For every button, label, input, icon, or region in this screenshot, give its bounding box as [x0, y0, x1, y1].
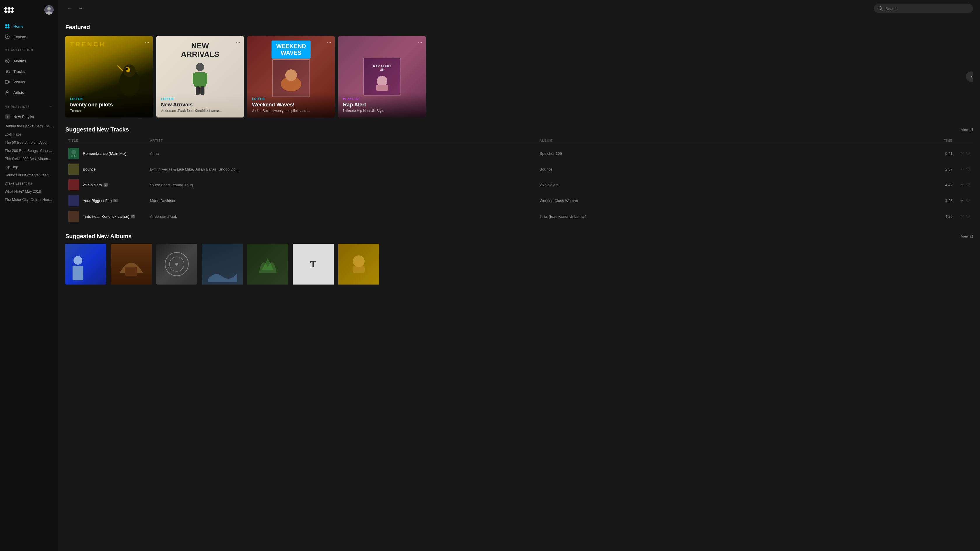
sidebar-item-videos-label: Videos: [13, 80, 25, 84]
album-card[interactable]: [156, 244, 197, 287]
svg-point-39: [175, 263, 178, 265]
card-menu-button[interactable]: ···: [327, 40, 331, 46]
track-album: 25 Soldiers: [539, 183, 929, 187]
track-thumbnail: [68, 179, 80, 191]
playlist-item[interactable]: Drake Essentials: [0, 179, 58, 187]
main-content: ← → Featured TRENCH: [58, 0, 980, 551]
svg-rect-19: [193, 73, 197, 84]
track-name-wrap: Your Biggest Fan E: [83, 198, 118, 203]
playlist-item[interactable]: What Hi-Fi? May 2018: [0, 187, 58, 195]
album-card[interactable]: [338, 244, 379, 287]
card-menu-button[interactable]: ···: [145, 40, 150, 46]
card-menu-button[interactable]: ···: [236, 40, 240, 46]
home-icon: [5, 24, 10, 29]
track-thumbnail: [68, 211, 80, 222]
avatar[interactable]: [45, 5, 54, 14]
playlists-more-button[interactable]: ···: [50, 104, 54, 110]
svg-rect-30: [68, 164, 80, 175]
new-playlist-button[interactable]: + New Playlist: [0, 111, 58, 122]
add-track-button[interactable]: +: [961, 151, 963, 156]
sidebar-item-tracks[interactable]: Tracks: [0, 66, 58, 77]
trench-text: TRENCH: [70, 41, 106, 48]
albums-view-all-button[interactable]: View all: [961, 234, 973, 238]
playlist-item[interactable]: Lo-fi Haze: [0, 130, 58, 138]
like-track-button[interactable]: ♡: [966, 182, 970, 188]
like-track-button[interactable]: ♡: [966, 151, 970, 156]
card-content: LISTEN twenty one pilots Trench: [65, 93, 153, 118]
track-title-cell: SPEI Remembrance (Main Mix): [68, 148, 150, 159]
featured-card-trench[interactable]: TRENCH ··· LIST: [65, 36, 153, 118]
add-track-button[interactable]: +: [961, 198, 963, 203]
featured-card-weekend-waves[interactable]: WEEKENDWAVES ··· LISTEN: [247, 36, 335, 118]
add-track-button[interactable]: +: [961, 182, 963, 187]
carousel-next-button[interactable]: ›: [966, 71, 973, 82]
playlist-item[interactable]: Pitchfork's 200 Best Album...: [0, 155, 58, 163]
card-menu-button[interactable]: ···: [418, 40, 422, 46]
svg-point-40: [353, 256, 364, 267]
albums-icon: [5, 58, 10, 64]
explicit-badge: E: [103, 183, 108, 187]
table-row[interactable]: SPEI Remembrance (Main Mix) Anna Speiche…: [65, 146, 973, 161]
collection-section: Albums Tracks Videos: [0, 53, 58, 100]
svg-point-10: [6, 91, 8, 92]
table-row[interactable]: 25 Soldiers E Swizz Beatz, Young Thug 25…: [65, 177, 973, 193]
album-card[interactable]: [247, 244, 288, 287]
track-artist: Dimitri Vegas & Like Mike, Julian Banks,…: [150, 167, 539, 171]
album-card[interactable]: [65, 244, 106, 287]
track-title-cell: Your Biggest Fan E: [68, 195, 150, 206]
tracks-view-all-button[interactable]: View all: [961, 128, 973, 132]
track-actions: + ♡: [953, 214, 970, 219]
sidebar-item-albums[interactable]: Albums: [0, 56, 58, 66]
plus-icon: +: [5, 114, 11, 119]
album-card[interactable]: [202, 244, 243, 287]
sidebar-item-videos[interactable]: Videos: [0, 77, 58, 87]
search-input[interactable]: [886, 6, 968, 11]
sidebar-item-home[interactable]: Home: [0, 21, 58, 32]
track-actions: + ♡: [953, 182, 970, 188]
svg-point-16: [126, 68, 128, 70]
card-name: Weekend Waves!: [252, 102, 330, 108]
sidebar-item-artists[interactable]: Artists: [0, 87, 58, 98]
svg-point-25: [377, 76, 387, 86]
svg-point-28: [72, 150, 76, 154]
table-row[interactable]: Tints (feat. Kendrick Lamar) E Anderson …: [65, 208, 973, 224]
add-track-button[interactable]: +: [961, 167, 963, 172]
add-track-button[interactable]: +: [961, 214, 963, 219]
tidal-logo[interactable]: [5, 7, 13, 13]
tracks-section-title: Suggested New Tracks: [65, 126, 129, 133]
track-artist: Marie Davidson: [150, 198, 539, 203]
like-track-button[interactable]: ♡: [966, 214, 970, 219]
album-card[interactable]: [111, 244, 152, 287]
playlist-item[interactable]: The Motor City: Detroit Hou...: [0, 195, 58, 204]
album-card[interactable]: T: [293, 244, 334, 287]
card-sub: Anderson .Paak feat. Kendrick Lamar...: [161, 109, 239, 113]
back-button[interactable]: ←: [65, 5, 73, 13]
track-name: Bounce: [83, 167, 95, 171]
track-name: Tints (feat. Kendrick Lamar): [83, 214, 129, 219]
playlist-item[interactable]: The 50 Best Ambient Albu...: [0, 138, 58, 147]
featured-card-rap-alert[interactable]: RAP ALERTUK ··· PLAYLIST: [338, 36, 426, 118]
playlist-item[interactable]: Sounds of Dekmantel Festi...: [0, 171, 58, 179]
forward-button[interactable]: →: [76, 5, 84, 13]
track-time: 2:37: [929, 167, 953, 171]
track-name-wrap: 25 Soldiers E: [83, 183, 108, 187]
playlist-item[interactable]: Hip-Hop: [0, 163, 58, 171]
svg-line-12: [882, 10, 883, 11]
svg-rect-36: [126, 267, 137, 276]
like-track-button[interactable]: ♡: [966, 167, 970, 172]
like-track-button[interactable]: ♡: [966, 198, 970, 203]
track-artist: Swizz Beatz, Young Thug: [150, 183, 539, 187]
new-arrivals-text: NEWARRIVALS: [156, 42, 244, 58]
sidebar-item-explore[interactable]: Explore: [0, 32, 58, 42]
table-row[interactable]: Bounce Dimitri Vegas & Like Mike, Julian…: [65, 161, 973, 177]
track-actions: + ♡: [953, 151, 970, 156]
playlist-item[interactable]: The 200 Best Songs of the ...: [0, 147, 58, 155]
svg-rect-32: [68, 195, 80, 206]
playlist-item[interactable]: Behind the Decks: Seth Tro...: [0, 122, 58, 130]
weekend-waves-text: WEEKENDWAVES: [272, 41, 310, 59]
table-row[interactable]: Your Biggest Fan E Marie Davidson Workin…: [65, 193, 973, 208]
svg-rect-35: [73, 265, 83, 280]
playlists-label: MY PLAYLISTS: [5, 105, 30, 108]
featured-card-new-arrivals[interactable]: NEWARRIVALS ···: [156, 36, 244, 118]
album-thumbnail: [65, 244, 106, 284]
